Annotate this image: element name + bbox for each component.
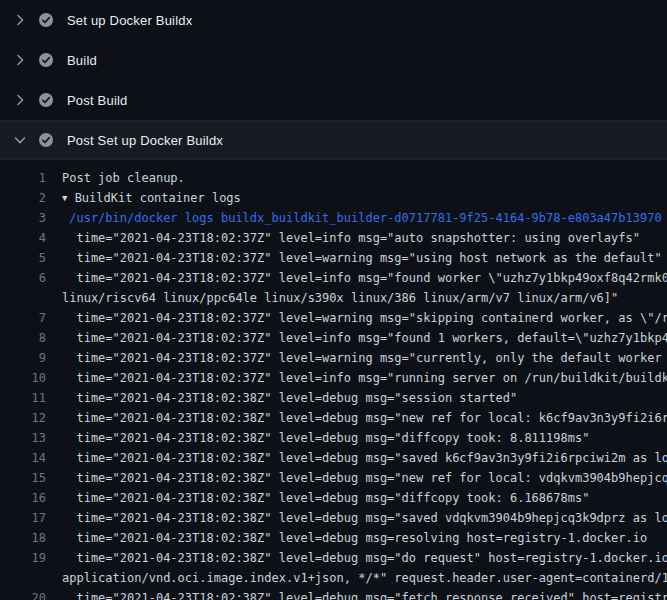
log-group-toggle-icon[interactable]: ▼ bbox=[62, 188, 67, 208]
log-line: 19 time="2021-04-23T18:02:38Z" level=deb… bbox=[0, 548, 667, 568]
line-number[interactable]: 8 bbox=[0, 328, 46, 348]
log-line: 6 time="2021-04-23T18:02:37Z" level=info… bbox=[0, 268, 667, 288]
line-number[interactable] bbox=[0, 288, 46, 308]
line-number[interactable]: 1 bbox=[0, 168, 46, 188]
line-text: time="2021-04-23T18:02:38Z" level=debug … bbox=[62, 548, 667, 568]
line-number[interactable]: 4 bbox=[0, 228, 46, 248]
line-number[interactable]: 3 bbox=[0, 208, 46, 228]
log-lines: 1 Post job cleanup. 2 ▼ BuildKit contain… bbox=[0, 168, 667, 600]
log-line: 7 time="2021-04-23T18:02:37Z" level=warn… bbox=[0, 308, 667, 328]
steps-list: Set up Docker Buildx Build Post Build bbox=[0, 0, 667, 160]
chevron-right-icon bbox=[12, 12, 28, 28]
line-number[interactable]: 18 bbox=[0, 528, 46, 548]
log-line: linux/riscv64 linux/ppc64le linux/s390x … bbox=[0, 288, 667, 308]
line-text: time="2021-04-23T18:02:37Z" level=info m… bbox=[62, 328, 667, 348]
chevron-right-icon bbox=[12, 92, 28, 108]
line-text: time="2021-04-23T18:02:37Z" level=warnin… bbox=[62, 248, 667, 268]
line-text: time="2021-04-23T18:02:37Z" level=warnin… bbox=[62, 348, 667, 368]
line-number[interactable]: 10 bbox=[0, 368, 46, 388]
line-number[interactable]: 12 bbox=[0, 408, 46, 428]
line-text: time="2021-04-23T18:02:38Z" level=debug … bbox=[62, 448, 667, 468]
actions-log-viewer: Set up Docker Buildx Build Post Build bbox=[0, 0, 667, 600]
step-label: Set up Docker Buildx bbox=[67, 14, 192, 27]
line-number[interactable]: 11 bbox=[0, 388, 46, 408]
line-number[interactable]: 16 bbox=[0, 488, 46, 508]
step-row-post-build[interactable]: Post Build bbox=[0, 80, 667, 120]
chevron-down-icon bbox=[12, 132, 28, 148]
check-circle-icon bbox=[38, 92, 54, 108]
line-number[interactable]: 17 bbox=[0, 508, 46, 528]
line-text: time="2021-04-23T18:02:38Z" level=debug … bbox=[62, 388, 667, 408]
log-line: 13 time="2021-04-23T18:02:38Z" level=deb… bbox=[0, 428, 667, 448]
log-line: 11 time="2021-04-23T18:02:38Z" level=deb… bbox=[0, 388, 667, 408]
line-text: time="2021-04-23T18:02:37Z" level=info m… bbox=[62, 228, 667, 248]
line-number[interactable] bbox=[0, 568, 46, 588]
line-text: Post job cleanup. bbox=[62, 168, 667, 188]
log-line: 16 time="2021-04-23T18:02:38Z" level=deb… bbox=[0, 488, 667, 508]
check-circle-icon bbox=[38, 52, 54, 68]
line-text: time="2021-04-23T18:02:38Z" level=debug … bbox=[62, 408, 667, 428]
log-line: 12 time="2021-04-23T18:02:38Z" level=deb… bbox=[0, 408, 667, 428]
log-line: 17 time="2021-04-23T18:02:38Z" level=deb… bbox=[0, 508, 667, 528]
line-number[interactable]: 14 bbox=[0, 448, 46, 468]
line-number[interactable]: 19 bbox=[0, 548, 46, 568]
step-row-setup-docker-buildx[interactable]: Set up Docker Buildx bbox=[0, 0, 667, 40]
line-number[interactable]: 7 bbox=[0, 308, 46, 328]
line-text: /usr/bin/docker logs buildx_buildkit_bui… bbox=[62, 208, 667, 228]
log-line: 8 time="2021-04-23T18:02:37Z" level=info… bbox=[0, 328, 667, 348]
log-line: 2 ▼ BuildKit container logs bbox=[0, 188, 667, 208]
line-number[interactable]: 2 bbox=[0, 188, 46, 208]
chevron-right-icon bbox=[12, 52, 28, 68]
line-text: linux/riscv64 linux/ppc64le linux/s390x … bbox=[62, 288, 667, 308]
line-number[interactable]: 9 bbox=[0, 348, 46, 368]
log-line: 3 /usr/bin/docker logs buildx_buildkit_b… bbox=[0, 208, 667, 228]
line-text: time="2021-04-23T18:02:37Z" level=warnin… bbox=[62, 308, 667, 328]
log-line: 15 time="2021-04-23T18:02:38Z" level=deb… bbox=[0, 468, 667, 488]
line-text: time="2021-04-23T18:02:37Z" level=info m… bbox=[62, 368, 667, 388]
log-line: 14 time="2021-04-23T18:02:38Z" level=deb… bbox=[0, 448, 667, 468]
line-text: time="2021-04-23T18:02:38Z" level=debug … bbox=[62, 588, 667, 600]
step-row-post-setup-docker-buildx[interactable]: Post Set up Docker Buildx bbox=[0, 120, 667, 160]
line-number[interactable]: 20 bbox=[0, 588, 46, 600]
line-text: ▼ BuildKit container logs bbox=[62, 188, 667, 208]
line-number[interactable]: 13 bbox=[0, 428, 46, 448]
line-text: time="2021-04-23T18:02:38Z" level=debug … bbox=[62, 428, 667, 448]
log-line: 4 time="2021-04-23T18:02:37Z" level=info… bbox=[0, 228, 667, 248]
log-panel: 1 Post job cleanup. 2 ▼ BuildKit contain… bbox=[0, 160, 667, 600]
line-number[interactable]: 6 bbox=[0, 268, 46, 288]
log-line: 18 time="2021-04-23T18:02:38Z" level=deb… bbox=[0, 528, 667, 548]
line-text: time="2021-04-23T18:02:37Z" level=info m… bbox=[62, 268, 667, 288]
line-number[interactable]: 5 bbox=[0, 248, 46, 268]
step-row-build[interactable]: Build bbox=[0, 40, 667, 80]
log-line: 9 time="2021-04-23T18:02:37Z" level=warn… bbox=[0, 348, 667, 368]
check-circle-icon bbox=[38, 12, 54, 28]
line-text: time="2021-04-23T18:02:38Z" level=debug … bbox=[62, 528, 667, 548]
line-text: time="2021-04-23T18:02:38Z" level=debug … bbox=[62, 488, 667, 508]
step-label: Post Set up Docker Buildx bbox=[67, 134, 223, 147]
line-text: time="2021-04-23T18:02:38Z" level=debug … bbox=[62, 508, 667, 528]
step-label: Post Build bbox=[67, 94, 128, 107]
log-line: 1 Post job cleanup. bbox=[0, 168, 667, 188]
check-circle-icon bbox=[38, 132, 54, 148]
log-line: 10 time="2021-04-23T18:02:37Z" level=inf… bbox=[0, 368, 667, 388]
log-line: 20 time="2021-04-23T18:02:38Z" level=deb… bbox=[0, 588, 667, 600]
log-line: application/vnd.oci.image.index.v1+json,… bbox=[0, 568, 667, 588]
line-text: application/vnd.oci.image.index.v1+json,… bbox=[62, 568, 667, 588]
line-number[interactable]: 15 bbox=[0, 468, 46, 488]
step-label: Build bbox=[67, 54, 97, 67]
line-text: time="2021-04-23T18:02:38Z" level=debug … bbox=[62, 468, 667, 488]
log-line: 5 time="2021-04-23T18:02:37Z" level=warn… bbox=[0, 248, 667, 268]
